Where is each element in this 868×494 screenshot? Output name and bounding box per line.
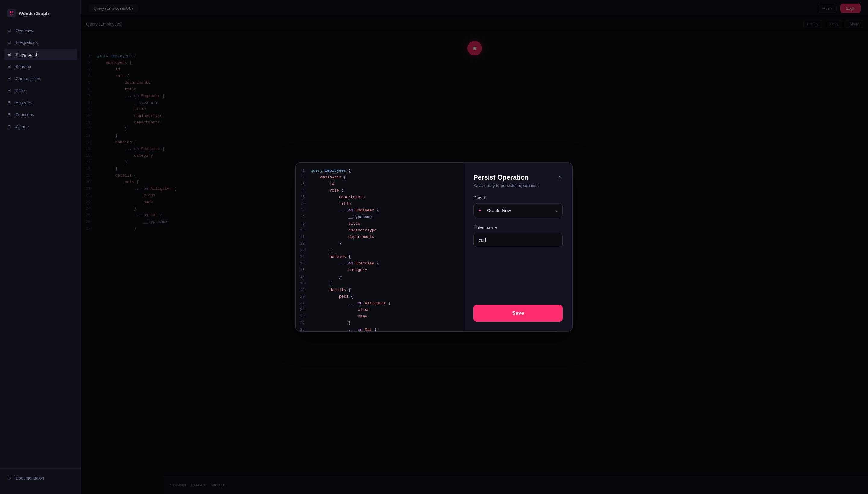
sidebar-item-documentation[interactable]: ⊞ Documentation bbox=[4, 472, 77, 484]
line-number: 3 bbox=[296, 181, 311, 187]
line-number: 25 bbox=[296, 326, 311, 331]
persist-operation-modal: 1query Employees {2 employees {3 id4 rol… bbox=[295, 163, 573, 331]
line-number: 8 bbox=[296, 214, 311, 221]
code-line: 25 ... on Cat { bbox=[296, 326, 464, 331]
app-name: WunderGraph bbox=[19, 11, 49, 16]
line-content: pets { bbox=[311, 293, 353, 300]
sidebar-item-label: Playground bbox=[16, 52, 37, 57]
client-select[interactable]: Create New curl fetch bbox=[474, 203, 563, 217]
line-number: 10 bbox=[296, 227, 311, 234]
sidebar-item-label: Compositions bbox=[16, 76, 41, 81]
sidebar-item-label: Documentation bbox=[16, 476, 44, 480]
line-content: query Employees { bbox=[311, 168, 351, 174]
code-line: 18 } bbox=[296, 280, 464, 287]
client-form-group: Client ✦ Create New curl fetch ⌄ bbox=[474, 195, 563, 217]
code-line: 8 __typename bbox=[296, 214, 464, 221]
logo-icon bbox=[7, 9, 16, 17]
sidebar: WunderGraph ⊞ Overview ⊞ Integrations ⊞ … bbox=[0, 0, 81, 494]
code-line: 14 hobbies { bbox=[296, 254, 464, 260]
plans-icon: ⊞ bbox=[7, 88, 13, 93]
save-button[interactable]: Save bbox=[474, 305, 563, 322]
sidebar-item-clients[interactable]: ⊞ Clients bbox=[4, 121, 77, 133]
sidebar-item-playground[interactable]: ⊞ Playground bbox=[4, 49, 77, 60]
sidebar-item-label: Functions bbox=[16, 112, 34, 117]
svg-rect-2 bbox=[10, 14, 11, 15]
line-number: 19 bbox=[296, 287, 311, 293]
line-number: 24 bbox=[296, 320, 311, 326]
sidebar-item-label: Integrations bbox=[16, 40, 38, 45]
line-number: 1 bbox=[296, 168, 311, 174]
sidebar-item-schema[interactable]: ⊞ Schema bbox=[4, 61, 77, 72]
schema-icon: ⊞ bbox=[7, 64, 13, 69]
sidebar-item-overview[interactable]: ⊞ Overview bbox=[4, 25, 77, 36]
line-content: departments bbox=[311, 194, 365, 201]
line-content: ... on Alligator { bbox=[311, 300, 391, 307]
line-content: employees { bbox=[311, 174, 346, 181]
code-line: 5 departments bbox=[296, 194, 464, 201]
code-line: 2 employees { bbox=[296, 174, 464, 181]
name-input[interactable] bbox=[474, 233, 563, 247]
code-line: 9 title bbox=[296, 221, 464, 227]
code-line: 20 pets { bbox=[296, 293, 464, 300]
sidebar-item-analytics[interactable]: ⊞ Analytics bbox=[4, 97, 77, 109]
sidebar-nav: ⊞ Overview ⊞ Integrations ⊞ Playground ⊞… bbox=[0, 25, 81, 469]
line-content: } bbox=[311, 247, 332, 254]
app-logo: WunderGraph bbox=[0, 6, 81, 25]
sidebar-item-label: Clients bbox=[16, 125, 29, 129]
compositions-icon: ⊞ bbox=[7, 76, 13, 81]
sidebar-item-compositions[interactable]: ⊞ Compositions bbox=[4, 73, 77, 84]
line-content: } bbox=[311, 273, 341, 280]
line-content: __typename bbox=[311, 214, 372, 221]
client-label: Client bbox=[474, 195, 563, 200]
functions-icon: ⊞ bbox=[7, 112, 13, 117]
line-content: } bbox=[311, 240, 341, 247]
svg-rect-3 bbox=[12, 14, 13, 15]
code-line: 13 } bbox=[296, 247, 464, 254]
client-select-wrapper: ✦ Create New curl fetch ⌄ bbox=[474, 203, 563, 217]
line-number: 13 bbox=[296, 247, 311, 254]
line-content: name bbox=[311, 313, 367, 320]
line-content: departments bbox=[311, 234, 374, 240]
sidebar-bottom: ⊞ Documentation bbox=[0, 469, 81, 488]
code-line: 3 id bbox=[296, 181, 464, 187]
line-content: title bbox=[311, 201, 351, 207]
code-line: 23 name bbox=[296, 313, 464, 320]
code-line: 11 departments bbox=[296, 234, 464, 240]
analytics-icon: ⊞ bbox=[7, 100, 13, 106]
playground-icon: ⊞ bbox=[7, 52, 13, 57]
line-number: 15 bbox=[296, 260, 311, 267]
clients-icon: ⊞ bbox=[7, 124, 13, 130]
sidebar-item-plans[interactable]: ⊞ Plans bbox=[4, 85, 77, 96]
line-content: } bbox=[311, 320, 351, 326]
sidebar-item-functions[interactable]: ⊞ Functions bbox=[4, 109, 77, 120]
modal-right-panel: Persist Operation Save query to persiste… bbox=[464, 163, 572, 331]
line-number: 2 bbox=[296, 174, 311, 181]
line-number: 22 bbox=[296, 307, 311, 313]
line-content: hobbies { bbox=[311, 254, 351, 260]
line-content: ... on Exercise { bbox=[311, 260, 379, 267]
code-line: 19 details { bbox=[296, 287, 464, 293]
line-number: 23 bbox=[296, 313, 311, 320]
code-line: 4 role { bbox=[296, 187, 464, 194]
line-content: } bbox=[311, 280, 332, 287]
name-label: Enter name bbox=[474, 225, 563, 230]
documentation-icon: ⊞ bbox=[7, 475, 13, 481]
modal-close-button[interactable]: × bbox=[558, 173, 563, 181]
code-line: 17 } bbox=[296, 273, 464, 280]
sidebar-item-label: Plans bbox=[16, 88, 26, 93]
code-line: 21 ... on Alligator { bbox=[296, 300, 464, 307]
line-number: 12 bbox=[296, 240, 311, 247]
line-number: 6 bbox=[296, 201, 311, 207]
sidebar-item-integrations[interactable]: ⊞ Integrations bbox=[4, 37, 77, 48]
code-line: 7 ... on Engineer { bbox=[296, 207, 464, 214]
overview-icon: ⊞ bbox=[7, 28, 13, 33]
code-line: 6 title bbox=[296, 201, 464, 207]
line-content: role { bbox=[311, 187, 344, 194]
modal-header: Persist Operation Save query to persiste… bbox=[474, 173, 563, 188]
svg-rect-1 bbox=[12, 12, 13, 13]
line-number: 11 bbox=[296, 234, 311, 240]
modal-code-panel: 1query Employees {2 employees {3 id4 rol… bbox=[296, 163, 464, 331]
sidebar-item-label: Schema bbox=[16, 64, 31, 69]
svg-rect-0 bbox=[10, 12, 11, 13]
modal-title-group: Persist Operation Save query to persiste… bbox=[474, 173, 539, 188]
